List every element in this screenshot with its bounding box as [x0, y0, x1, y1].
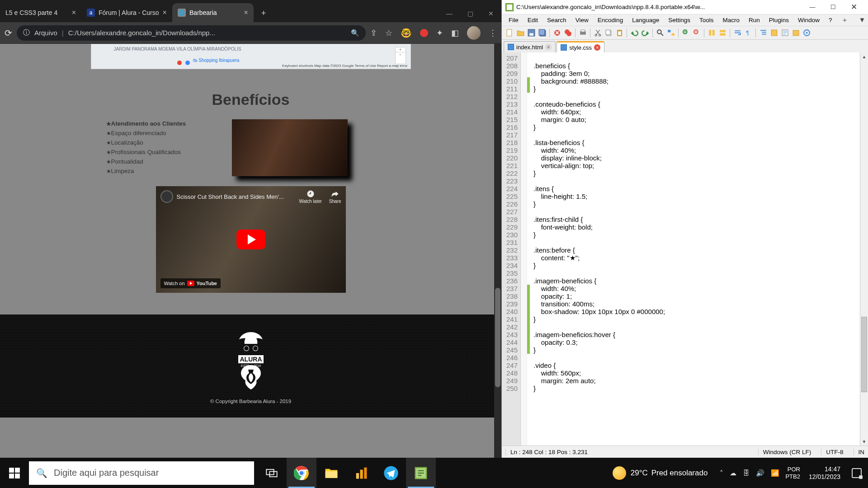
profile-avatar[interactable]: [467, 26, 481, 40]
page-viewport[interactable]: JARDIM PANORAMA MOEMA VILA OLÍMPIA MIRAN…: [0, 44, 501, 458]
tab-2[interactable]: a Fórum | Alura - Curso ×: [81, 3, 172, 22]
scroll-up-icon[interactable]: ▲: [860, 52, 868, 61]
map-zoom-control[interactable]: +−: [395, 47, 406, 64]
close-file-icon[interactable]: [552, 28, 562, 38]
bookmark-icon[interactable]: ☆: [385, 28, 392, 38]
close-button[interactable]: ✕: [844, 0, 864, 14]
doc-tab-index[interactable]: index.html×: [504, 41, 556, 52]
map-embed[interactable]: JARDIM PANORAMA MOEMA VILA OLÍMPIA MIRAN…: [91, 44, 411, 69]
menu-settings[interactable]: Settings: [664, 15, 694, 25]
maximize-button[interactable]: ▢: [460, 5, 481, 22]
redo-icon[interactable]: [640, 28, 650, 38]
clock[interactable]: 14:47 12/01/2023: [806, 465, 843, 481]
save-all-icon[interactable]: [537, 28, 547, 38]
menu-file[interactable]: File: [505, 15, 523, 25]
open-file-icon[interactable]: [515, 28, 525, 38]
close-button[interactable]: ✕: [481, 5, 501, 22]
new-tab-button[interactable]: +: [256, 6, 271, 20]
wordwrap-icon[interactable]: [732, 28, 742, 38]
close-icon[interactable]: ×: [545, 44, 552, 50]
replace-icon[interactable]: [666, 28, 676, 38]
wifi-icon[interactable]: 📶: [771, 469, 779, 477]
start-button[interactable]: [0, 458, 29, 488]
omnibox[interactable]: ⓘ Arquivo | C:/Users/alexandre.goncalo_i…: [17, 25, 366, 41]
scroll-down-icon[interactable]: ▼: [860, 437, 868, 446]
language-indicator[interactable]: POR PTB2: [785, 466, 800, 480]
minimize-button[interactable]: —: [802, 0, 823, 14]
volume-icon[interactable]: 🔊: [756, 469, 764, 477]
watch-on-youtube[interactable]: Watch on YouTube: [160, 278, 221, 288]
channel-avatar[interactable]: [160, 190, 173, 203]
close-all-icon[interactable]: [563, 28, 573, 38]
close-icon[interactable]: ×: [244, 9, 248, 17]
watch-later-button[interactable]: Watch later: [299, 190, 322, 204]
tab-1[interactable]: L5 e CSS3 parte 4 ×: [0, 3, 81, 22]
maximize-button[interactable]: ☐: [823, 0, 844, 14]
chevron-up-icon[interactable]: ˄: [720, 469, 723, 477]
extension-icon[interactable]: [420, 29, 428, 37]
paste-icon[interactable]: [614, 28, 624, 38]
taskbar-explorer[interactable]: [316, 458, 346, 488]
notifications-button[interactable]: [852, 468, 862, 478]
page-scrollbar[interactable]: [494, 44, 501, 458]
fold-column[interactable]: [521, 52, 527, 446]
menu-search[interactable]: Search: [543, 15, 571, 25]
code-area[interactable]: .beneficios { padding: 3em 0; background…: [530, 52, 860, 446]
monitor-icon[interactable]: [802, 28, 811, 38]
cut-icon[interactable]: [593, 28, 603, 38]
sidepanel-icon[interactable]: ◧: [451, 28, 459, 38]
save-icon[interactable]: [526, 28, 536, 38]
zoom-in-icon[interactable]: [681, 28, 691, 38]
editor-scrollbar[interactable]: ▲ ▼: [860, 52, 868, 446]
taskbar-powerbi[interactable]: [346, 458, 376, 488]
folder-panel-icon[interactable]: [791, 28, 801, 38]
indent-guide-icon[interactable]: [758, 28, 768, 38]
doc-tab-style-active[interactable]: style.css×: [557, 41, 604, 52]
doc-map-icon[interactable]: [769, 28, 779, 38]
onedrive-icon[interactable]: ☁: [730, 469, 736, 477]
close-icon[interactable]: ×: [72, 9, 76, 17]
menu-edit[interactable]: Edit: [524, 15, 542, 25]
zoom-out-icon[interactable]: [692, 28, 702, 38]
share-button[interactable]: Share: [329, 190, 341, 204]
scrollbar-thumb[interactable]: [861, 317, 867, 392]
tab-3-active[interactable]: 🌐 Barbearia ×: [172, 3, 254, 22]
new-file-icon[interactable]: [505, 28, 514, 38]
close-icon[interactable]: ×: [594, 44, 600, 51]
npp-editor[interactable]: 2072082092102112122132142152162172182192…: [502, 52, 868, 446]
battery-icon[interactable]: 🗄: [743, 469, 750, 477]
sync-h-icon[interactable]: [717, 28, 727, 38]
menu-encoding[interactable]: Encoding: [594, 15, 627, 25]
extensions-icon[interactable]: ✦: [436, 28, 443, 38]
menu-run[interactable]: Run: [745, 15, 764, 25]
menu-language[interactable]: Language: [628, 15, 663, 25]
play-button[interactable]: [236, 230, 265, 249]
menu-help[interactable]: ?: [825, 15, 836, 25]
taskbar-notepadpp[interactable]: [406, 458, 436, 488]
menu-view[interactable]: View: [571, 15, 593, 25]
share-icon[interactable]: ⇪: [370, 28, 377, 38]
print-icon[interactable]: [578, 28, 588, 38]
extension-icon[interactable]: 🤓: [401, 28, 412, 38]
menu-macro[interactable]: Macro: [719, 15, 744, 25]
menu-window[interactable]: Window: [794, 15, 824, 25]
chevron-down-icon[interactable]: ▼: [855, 14, 868, 26]
undo-icon[interactable]: [629, 28, 639, 38]
weather-widget[interactable]: 29°C Pred ensolarado: [613, 466, 714, 480]
taskbar-chrome[interactable]: [287, 458, 316, 488]
scrollbar-thumb[interactable]: [495, 288, 500, 387]
npp-titlebar[interactable]: C:\Users\alexandre.goncalo_in\Downloads\…: [502, 0, 868, 14]
menu-plugins[interactable]: Plugins: [765, 15, 793, 25]
sync-v-icon[interactable]: [707, 28, 717, 38]
add-icon[interactable]: ＋: [837, 14, 852, 26]
video-embed[interactable]: Scissor Cut Short Back and Sides Men'...…: [156, 186, 346, 293]
menu-tools[interactable]: Tools: [695, 15, 718, 25]
copy-icon[interactable]: [604, 28, 613, 38]
show-all-chars-icon[interactable]: ¶: [743, 28, 753, 38]
func-list-icon[interactable]: [780, 28, 790, 38]
close-icon[interactable]: ×: [163, 9, 167, 17]
kebab-menu-icon[interactable]: ⋮: [489, 28, 497, 38]
taskbar-telegram[interactable]: [376, 458, 406, 488]
zoom-icon[interactable]: 🔍: [351, 29, 359, 37]
task-view-button[interactable]: [257, 458, 287, 488]
